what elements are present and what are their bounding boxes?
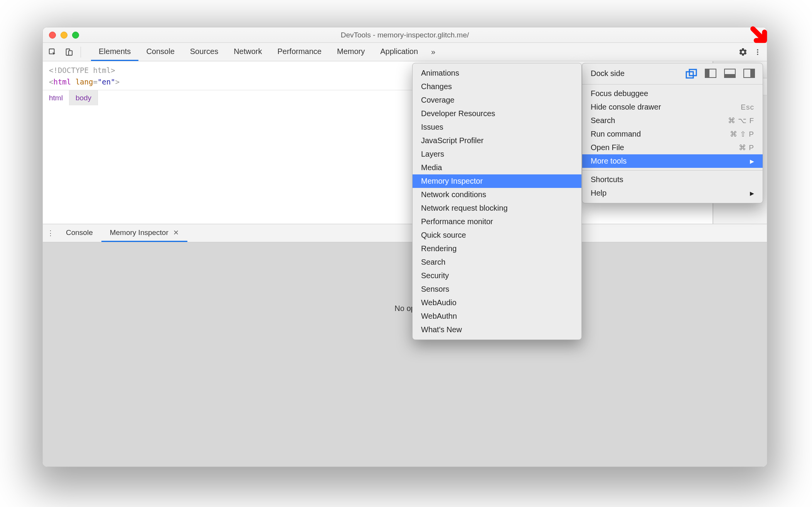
devtools-tab-strip: Elements Console Sources Network Perform…: [91, 43, 441, 61]
menu-item-label: Issues: [421, 123, 443, 132]
svg-point-5: [757, 54, 758, 55]
dock-side-row: Dock side: [582, 66, 763, 82]
devtools-window: DevTools - memory-inspector.glitch.me/ E…: [42, 27, 767, 467]
menu-search[interactable]: Search ⌘ ⌥ F: [582, 114, 763, 127]
tab-network[interactable]: Network: [226, 43, 270, 61]
tab-console[interactable]: Console: [138, 43, 182, 61]
menu-item-label: Media: [421, 163, 442, 172]
more-tools-item[interactable]: What's New: [413, 323, 581, 336]
more-tools-item[interactable]: JavaScript Profiler: [413, 134, 581, 147]
dock-undock-icon[interactable]: [686, 69, 697, 78]
tab-memory[interactable]: Memory: [329, 43, 372, 61]
dock-right-icon[interactable]: [743, 69, 755, 78]
close-drawer-tab-icon[interactable]: ✕: [173, 228, 179, 237]
more-tools-item[interactable]: Quick source: [413, 228, 581, 242]
drawer-tab-console[interactable]: Console: [57, 224, 101, 242]
menu-item-label: Animations: [421, 69, 459, 78]
tabs-overflow-icon[interactable]: »: [426, 47, 441, 56]
svg-rect-2: [69, 51, 72, 55]
menu-item-label: Layers: [421, 150, 444, 159]
svg-point-4: [757, 51, 758, 52]
menu-shortcut: ⌘ ⇧ P: [730, 130, 754, 139]
breadcrumb-body[interactable]: body: [69, 90, 98, 105]
menu-item-label: Search: [421, 258, 445, 267]
menu-item-label: Security: [421, 271, 449, 280]
menu-item-label: Focus debuggee: [591, 89, 648, 98]
menu-item-label: Hide console drawer: [591, 103, 661, 112]
dock-side-label: Dock side: [591, 69, 625, 78]
drawer-header: ⋮ Console Memory Inspector ✕: [43, 224, 767, 242]
tab-sources[interactable]: Sources: [182, 43, 226, 61]
more-tools-item[interactable]: Performance monitor: [413, 215, 581, 228]
main-menu-popup: Dock side Focus debuggee Hide console dr…: [582, 63, 763, 203]
more-tools-item[interactable]: Network request blocking: [413, 201, 581, 215]
menu-item-label: Performance monitor: [421, 217, 493, 226]
menu-item-label: Sensors: [421, 285, 449, 294]
dock-left-icon[interactable]: [705, 69, 716, 78]
menu-item-label: WebAudio: [421, 298, 457, 307]
menu-item-label: Open File: [591, 143, 624, 152]
more-tools-item[interactable]: WebAudio: [413, 296, 581, 309]
menu-item-label: Network request blocking: [421, 204, 508, 213]
more-tools-item[interactable]: Rendering: [413, 242, 581, 255]
menu-item-label: Help: [591, 189, 606, 198]
annotation-arrow-icon: [750, 25, 770, 46]
menu-separator: [582, 84, 763, 84]
more-tools-item[interactable]: Media: [413, 161, 581, 174]
more-tools-item[interactable]: Network conditions: [413, 188, 581, 201]
more-tools-item[interactable]: WebAuthn: [413, 309, 581, 323]
dom-doctype: <!DOCTYPE html>: [49, 66, 115, 74]
menu-item-label: Memory Inspector: [421, 177, 483, 186]
window-titlebar: DevTools - memory-inspector.glitch.me/: [43, 27, 767, 43]
more-tools-item[interactable]: Issues: [413, 120, 581, 134]
tab-performance[interactable]: Performance: [270, 43, 330, 61]
inspect-element-icon[interactable]: [46, 46, 59, 59]
more-tools-item[interactable]: Sensors: [413, 282, 581, 296]
menu-more-tools[interactable]: More tools ▶: [582, 154, 763, 168]
drawer-body: No op: [43, 242, 767, 466]
submenu-arrow-icon: ▶: [750, 190, 754, 196]
menu-shortcut: ⌘ P: [739, 143, 754, 152]
menu-item-label: Network conditions: [421, 190, 486, 199]
more-tools-item[interactable]: Security: [413, 269, 581, 282]
more-tools-item[interactable]: Animations: [413, 66, 581, 80]
more-tools-item[interactable]: Changes: [413, 80, 581, 93]
menu-separator: [582, 170, 763, 171]
menu-open-file[interactable]: Open File ⌘ P: [582, 141, 763, 154]
menu-item-label: Changes: [421, 82, 452, 91]
toolbar-divider: [81, 47, 81, 57]
menu-focus-debuggee[interactable]: Focus debuggee: [582, 87, 763, 100]
more-tools-submenu: AnimationsChangesCoverageDeveloper Resou…: [412, 63, 582, 340]
more-tools-item[interactable]: Memory Inspector: [413, 174, 581, 188]
menu-item-label: Developer Resources: [421, 109, 495, 118]
menu-item-label: Quick source: [421, 231, 466, 240]
breadcrumb-html[interactable]: html: [43, 90, 69, 105]
main-menu-kebab-icon[interactable]: [751, 46, 764, 58]
more-tools-item[interactable]: Developer Resources: [413, 107, 581, 120]
more-tools-item[interactable]: Search: [413, 255, 581, 269]
tab-application[interactable]: Application: [372, 43, 426, 61]
submenu-arrow-icon: ▶: [750, 158, 754, 164]
menu-item-label: Search: [591, 116, 615, 125]
drawer-menu-kebab-icon[interactable]: ⋮: [46, 229, 55, 237]
menu-shortcut: Esc: [741, 103, 754, 112]
tab-elements[interactable]: Elements: [91, 43, 138, 61]
menu-item-label: Rendering: [421, 244, 457, 253]
dom-attr-lang: lang: [76, 78, 93, 86]
settings-gear-icon[interactable]: [737, 46, 749, 58]
menu-item-label: What's New: [421, 325, 462, 334]
menu-shortcuts[interactable]: Shortcuts: [582, 173, 763, 186]
more-tools-item[interactable]: Layers: [413, 147, 581, 161]
dom-tag-html: html: [53, 78, 71, 86]
menu-run-command[interactable]: Run command ⌘ ⇧ P: [582, 127, 763, 141]
drawer-tab-label: Memory Inspector: [110, 228, 168, 237]
menu-help[interactable]: Help ▶: [582, 186, 763, 200]
drawer-tab-memory-inspector[interactable]: Memory Inspector ✕: [101, 224, 187, 242]
menu-item-label: Coverage: [421, 96, 455, 105]
more-tools-item[interactable]: Coverage: [413, 93, 581, 107]
menu-hide-console-drawer[interactable]: Hide console drawer Esc: [582, 100, 763, 114]
dock-bottom-icon[interactable]: [724, 69, 736, 78]
menu-item-label: WebAuthn: [421, 312, 457, 321]
device-toolbar-icon[interactable]: [62, 46, 75, 59]
menu-item-label: Run command: [591, 130, 641, 139]
